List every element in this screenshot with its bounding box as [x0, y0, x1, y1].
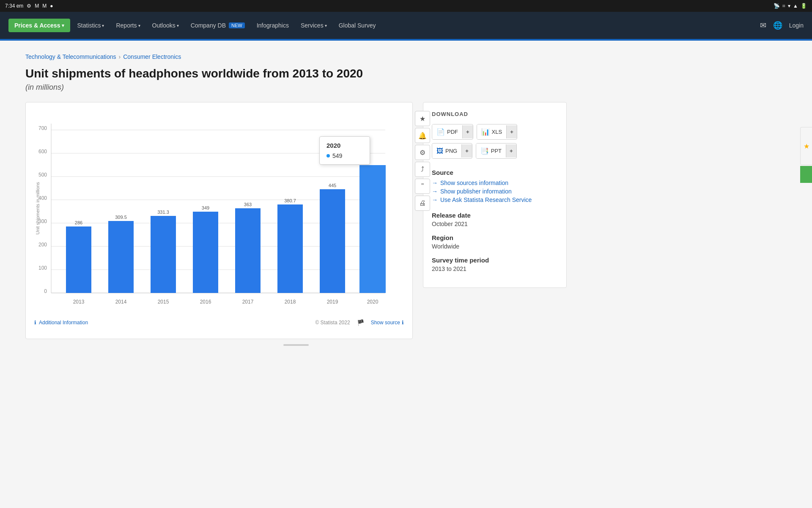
download-buttons: 📄 PDF + 📊 XLS +: [432, 124, 558, 159]
pdf-main[interactable]: 📄 PDF: [432, 124, 462, 139]
ppt-plus[interactable]: +: [506, 144, 516, 157]
svg-text:2016: 2016: [200, 299, 211, 305]
source-section: Source → Show sources information → Show…: [432, 169, 558, 203]
svg-text:2020: 2020: [367, 299, 379, 305]
right-green-deco: [800, 166, 812, 183]
svg-text:363: 363: [244, 202, 252, 207]
bar-2017[interactable]: [235, 208, 261, 293]
star-action-btn[interactable]: ★: [415, 111, 430, 126]
tooltip-year: 2020: [326, 142, 363, 149]
info-circle-icon: ℹ: [402, 320, 404, 326]
gear-action-btn[interactable]: ⚙: [415, 145, 430, 160]
bar-2015[interactable]: [151, 216, 176, 293]
ask-statista-link[interactable]: → Use Ask Statista Research Service: [432, 196, 558, 203]
chart-actions: ★ 🔔 ⚙ ⤴ " 🖨: [415, 111, 430, 211]
chart-svg-wrap: 0 100 200 300 400 500 600 700: [34, 111, 404, 314]
chart-container: ★ 🔔 ⚙ ⤴ " 🖨 0 100 200 300 400 500 600: [25, 102, 413, 339]
svg-text:100: 100: [38, 265, 47, 271]
svg-text:309.5: 309.5: [115, 215, 127, 220]
info-icon: ℹ: [34, 320, 36, 326]
breadcrumb: Technology & Telecommunications › Consum…: [25, 53, 567, 60]
release-date-label: Release date: [432, 212, 558, 219]
services-arrow: ▾: [325, 23, 327, 28]
bar-2016[interactable]: [193, 212, 218, 293]
svg-text:600: 600: [38, 149, 47, 155]
svg-text:2019: 2019: [327, 299, 338, 305]
xls-plus[interactable]: +: [506, 125, 517, 138]
reports-arrow: ▾: [138, 23, 140, 28]
svg-text:2017: 2017: [242, 299, 254, 305]
sidebar-card: DOWNLOAD 📄 PDF + 📊 XLS: [423, 102, 567, 288]
png-main[interactable]: 🖼 PNG: [432, 144, 461, 158]
survey-period-value: 2013 to 2021: [432, 265, 558, 272]
tooltip-dot: [326, 154, 330, 157]
svg-text:331.3: 331.3: [157, 210, 169, 215]
region-value: Worldwide: [432, 243, 558, 250]
bar-2014[interactable]: [108, 221, 134, 293]
status-time: 7:34 em: [5, 3, 23, 9]
chart-bottom: ℹ Additional Information © Statista 2022…: [34, 319, 404, 326]
nav-services[interactable]: Services ▾: [296, 19, 332, 32]
svg-text:2015: 2015: [158, 299, 169, 305]
breadcrumb-link-tech[interactable]: Technology & Telecommunications: [25, 53, 116, 60]
ppt-main[interactable]: 📑 PPT: [476, 144, 506, 158]
mail-nav-icon[interactable]: ✉: [760, 21, 766, 30]
svg-text:380.7: 380.7: [284, 198, 296, 203]
png-plus[interactable]: +: [461, 144, 472, 157]
svg-text:445: 445: [329, 183, 336, 188]
right-star-deco[interactable]: ★: [800, 127, 812, 165]
pdf-label: PDF: [447, 129, 458, 135]
ppt-download-btn[interactable]: 📑 PPT +: [476, 143, 517, 159]
additional-info-link[interactable]: ℹ Additional Information: [34, 320, 88, 326]
status-left: 7:34 em ⚙ M M ●: [5, 3, 53, 9]
bar-2018[interactable]: [277, 204, 303, 293]
print-action-btn[interactable]: 🖨: [415, 196, 430, 211]
bar-2019[interactable]: [320, 189, 345, 293]
show-sources-link[interactable]: → Show sources information: [432, 179, 558, 186]
bar-2020[interactable]: [359, 165, 386, 293]
download-title: DOWNLOAD: [432, 111, 558, 117]
region-label: Region: [432, 234, 558, 241]
bluetooth-icon: ⌗: [782, 3, 785, 9]
pdf-plus[interactable]: +: [462, 125, 473, 138]
svg-text:0: 0: [44, 288, 47, 294]
right-decorations: ★: [800, 127, 812, 183]
nav-reports[interactable]: Reports ▾: [111, 19, 145, 32]
pdf-download-btn[interactable]: 📄 PDF +: [432, 124, 473, 140]
quote-action-btn[interactable]: ": [415, 179, 430, 194]
nav-statistics[interactable]: Statistics ▾: [72, 19, 109, 32]
xls-icon: 📊: [481, 128, 490, 136]
login-btn[interactable]: Login: [789, 22, 804, 29]
nav-infographics[interactable]: Infographics: [252, 19, 294, 32]
globe-nav-icon[interactable]: 🌐: [773, 21, 782, 30]
tooltip-value: 549: [326, 152, 363, 159]
nav-globalsurvey[interactable]: Global Survey: [334, 19, 381, 32]
main-layout: ★ 🔔 ⚙ ⤴ " 🖨 0 100 200 300 400 500 600: [25, 102, 567, 339]
png-download-btn[interactable]: 🖼 PNG +: [432, 143, 472, 159]
flag-icon: 🏴: [357, 319, 364, 326]
new-badge: NEW: [229, 22, 245, 28]
wifi-icon: ▲: [793, 3, 798, 9]
svg-text:700: 700: [38, 125, 47, 131]
chart-tooltip: 2020 549: [319, 136, 370, 165]
png-label: PNG: [445, 148, 457, 154]
xls-download-btn[interactable]: 📊 XLS +: [477, 124, 517, 140]
ppt-icon: 📑: [480, 147, 489, 155]
arrow-right-icon: →: [432, 179, 438, 186]
navbar: Prices & Access Statistics ▾ Reports ▾ O…: [0, 12, 812, 39]
show-publisher-link[interactable]: → Show publisher information: [432, 188, 558, 195]
nav-icons: ✉ 🌐 Login: [760, 21, 804, 30]
breadcrumb-link-consumer[interactable]: Consumer Electronics: [123, 53, 181, 60]
outlooks-arrow: ▾: [177, 23, 179, 28]
nav-companydb[interactable]: Company DB NEW: [186, 19, 250, 32]
mail2-icon: M: [42, 3, 47, 9]
survey-period-section: Survey time period 2013 to 2021: [432, 257, 558, 272]
share-action-btn[interactable]: ⤴: [415, 162, 430, 177]
svg-text:349: 349: [202, 205, 209, 210]
xls-main[interactable]: 📊 XLS: [477, 124, 507, 139]
nav-outlooks[interactable]: Outlooks ▾: [147, 19, 184, 32]
bell-action-btn[interactable]: 🔔: [415, 128, 430, 143]
show-source-btn[interactable]: Show source ℹ: [371, 320, 404, 326]
bar-2013[interactable]: [66, 226, 91, 293]
prices-access-button[interactable]: Prices & Access: [8, 19, 70, 32]
